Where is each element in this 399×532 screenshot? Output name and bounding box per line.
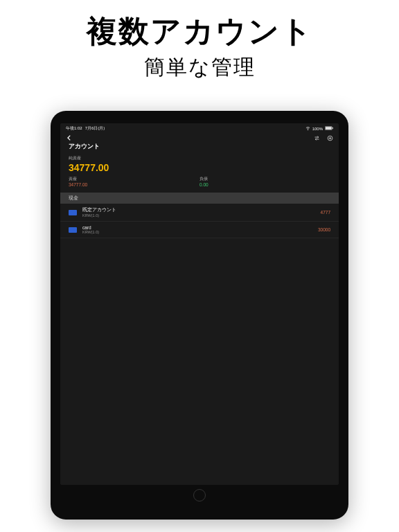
card-icon xyxy=(69,227,77,233)
account-row[interactable]: card KRW(1.0) 30000 xyxy=(60,222,339,238)
liabilities-label: 負債 xyxy=(200,176,330,182)
account-name: 既定アカウント xyxy=(82,207,321,213)
battery-percent: 100% xyxy=(312,127,323,131)
account-currency: KRW(1.0) xyxy=(82,230,318,234)
home-button[interactable] xyxy=(193,489,206,502)
account-row[interactable]: 既定アカウント KRW(1.0) 4777 xyxy=(60,204,339,222)
account-name: card xyxy=(82,225,318,230)
net-worth-label: 純資産 xyxy=(69,155,330,161)
svg-rect-2 xyxy=(326,127,332,130)
tablet-screen: 午後1:02 7月6日(月) 100% xyxy=(60,123,339,485)
battery-icon xyxy=(325,126,333,131)
tablet-frame: 午後1:02 7月6日(月) 100% xyxy=(51,111,348,520)
summary-block: 純資産 34777.00 資産 34777.00 負債 0.00 xyxy=(60,151,339,193)
nav-row xyxy=(60,132,339,142)
promo-subtitle: 簡単な管理 xyxy=(0,53,399,82)
status-time: 午後1:02 xyxy=(66,125,82,132)
account-amount: 30000 xyxy=(318,227,330,232)
add-button[interactable] xyxy=(327,135,333,142)
card-icon xyxy=(69,210,77,215)
liabilities-value: 0.00 xyxy=(200,182,330,187)
account-currency: KRW(1.0) xyxy=(82,213,321,218)
back-button[interactable] xyxy=(66,134,73,142)
transfer-icon[interactable] xyxy=(314,135,320,142)
wifi-icon xyxy=(305,126,310,132)
account-amount: 4777 xyxy=(321,210,330,215)
svg-rect-3 xyxy=(332,127,333,129)
page-title: アカウント xyxy=(60,142,339,151)
status-bar: 午後1:02 7月6日(月) 100% xyxy=(60,123,339,132)
status-date: 7月6日(月) xyxy=(85,125,105,132)
section-header-cash: 現金 xyxy=(60,193,339,204)
promo-title: 複数アカウント xyxy=(0,11,399,52)
assets-label: 資産 xyxy=(69,176,200,182)
net-worth-value: 34777.00 xyxy=(69,162,330,173)
svg-point-0 xyxy=(308,130,308,130)
assets-value: 34777.00 xyxy=(69,182,200,187)
